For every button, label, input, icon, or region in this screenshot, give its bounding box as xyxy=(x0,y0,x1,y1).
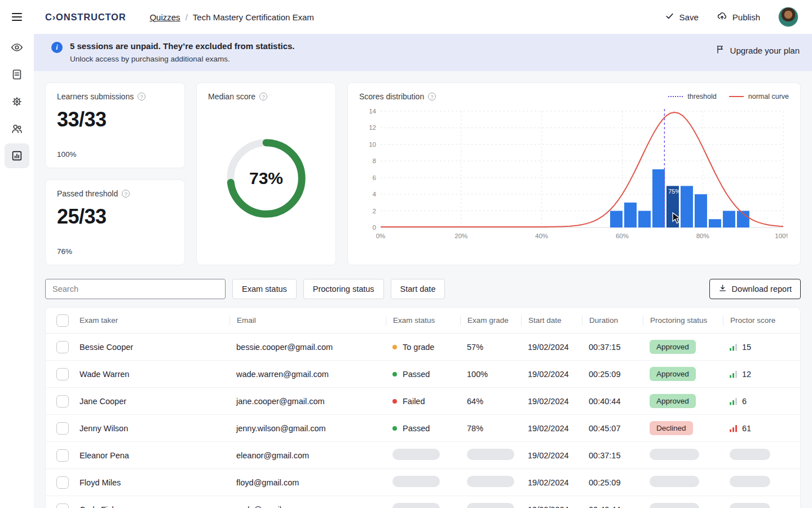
row-checkbox[interactable] xyxy=(56,395,69,408)
proctoring-status-cell: Approved xyxy=(650,340,730,354)
sidebar-item-settings[interactable] xyxy=(5,89,29,114)
proctor-score-value: 12 xyxy=(742,370,751,379)
svg-text:12: 12 xyxy=(369,124,376,131)
table-row: Jenny Wilsonjenny.wilson@gmail.comPassed… xyxy=(46,415,800,442)
histogram-bar[interactable] xyxy=(652,169,665,227)
table-row: Wade Warrenwade.warren@gmail.comPassed10… xyxy=(46,361,800,388)
exam-taker-email: jane.cooper@gmail.com xyxy=(236,397,392,406)
start-date-cell: 19/02/2024 xyxy=(528,478,589,487)
skeleton-placeholder xyxy=(730,476,770,487)
card-title: Median score xyxy=(208,92,255,101)
sidebar-item-results[interactable] xyxy=(5,143,29,168)
exam-taker-email: bessie.cooper@gmail.com xyxy=(236,343,392,352)
row-checkbox[interactable] xyxy=(56,476,69,489)
start-date-filter[interactable]: Start date xyxy=(391,279,445,299)
status-dot xyxy=(392,426,397,431)
row-checkbox[interactable] xyxy=(56,449,69,462)
select-all-checkbox[interactable] xyxy=(56,314,69,327)
card-title: Passed threshold xyxy=(57,189,118,198)
skeleton-placeholder xyxy=(392,503,440,508)
start-date-cell: 19/02/2024 xyxy=(528,397,589,406)
help-icon[interactable] xyxy=(428,93,436,100)
col-duration: Duration xyxy=(582,316,650,326)
search-input[interactable] xyxy=(45,279,226,299)
sidebar-item-learners[interactable] xyxy=(5,116,29,141)
save-button[interactable]: Save xyxy=(665,11,699,23)
proctoring-status-filter[interactable]: Proctoring status xyxy=(303,279,384,299)
exam-status-filter[interactable]: Exam status xyxy=(232,279,297,299)
proctoring-status-cell xyxy=(650,503,730,508)
sidebar xyxy=(0,0,34,508)
proctor-score-cell: 12 xyxy=(730,370,800,379)
check-icon xyxy=(665,11,674,23)
histogram-bar[interactable] xyxy=(695,194,707,227)
row-checkbox[interactable] xyxy=(56,503,69,508)
row-checkbox[interactable] xyxy=(56,422,69,435)
skeleton-placeholder xyxy=(392,449,440,460)
menu-button[interactable] xyxy=(5,0,29,34)
exam-status: Failed xyxy=(392,397,467,406)
exam-grade-cell xyxy=(467,503,528,508)
exam-grade-cell xyxy=(467,476,528,489)
skeleton-placeholder xyxy=(730,503,770,508)
histogram-bar[interactable] xyxy=(638,211,651,227)
topbar: C›ONSTRUCTOR Quizzes / Tech Mastery Cert… xyxy=(34,0,812,34)
table-row: Bessie Cooperbessie.cooper@gmail.comTo g… xyxy=(46,334,800,361)
skeleton-placeholder xyxy=(650,476,699,487)
user-avatar[interactable] xyxy=(778,7,798,27)
submissions-value: 33/33 xyxy=(57,108,173,132)
proctoring-status-cell: Approved xyxy=(650,394,730,408)
proctoring-status-badge: Approved xyxy=(650,367,696,381)
proctor-score: 6 xyxy=(730,397,800,406)
publish-button[interactable]: Publish xyxy=(717,11,760,23)
start-date-cell: 19/02/2024 xyxy=(528,505,589,508)
hamburger-icon xyxy=(12,11,22,23)
upgrade-plan-button[interactable]: Upgrade your plan xyxy=(716,45,800,56)
median-score-card: Median score 73% xyxy=(196,82,336,265)
banner-subtitle: Unlock access by purchasing additional e… xyxy=(70,55,294,63)
row-checkbox[interactable] xyxy=(56,341,69,353)
proctor-score-value: 15 xyxy=(742,343,751,352)
svg-text:80%: 80% xyxy=(696,233,709,239)
histogram-bar[interactable] xyxy=(709,219,721,227)
signal-bars-icon xyxy=(730,424,738,432)
breadcrumb-quizzes-link[interactable]: Quizzes xyxy=(149,12,180,22)
page-title: Tech Mastery Certification Exam xyxy=(193,12,314,22)
skeleton-placeholder xyxy=(467,476,514,487)
skeleton-placeholder xyxy=(730,449,770,460)
status-label: Passed xyxy=(403,370,430,379)
start-date-cell: 19/02/2024 xyxy=(528,424,589,433)
histogram-bar[interactable] xyxy=(624,203,637,227)
help-icon[interactable] xyxy=(122,190,130,198)
row-checkbox[interactable] xyxy=(56,368,69,380)
histogram-bar[interactable] xyxy=(610,211,623,227)
exam-grade-cell xyxy=(467,449,528,462)
sidebar-item-content[interactable] xyxy=(5,62,29,87)
svg-text:8: 8 xyxy=(373,157,376,164)
exam-status-cell xyxy=(392,503,467,508)
exam-status-cell: Passed xyxy=(392,370,467,379)
proctor-score-cell: 15 xyxy=(730,343,800,352)
constructor-logo[interactable]: C›ONSTRUCTOR xyxy=(45,12,126,23)
bar-chart-icon xyxy=(11,150,23,162)
help-icon[interactable] xyxy=(259,93,267,100)
exam-taker-email: wade.warren@gmail.com xyxy=(236,370,392,379)
threshold-value: 25/33 xyxy=(57,205,173,229)
histogram-bar[interactable] xyxy=(681,186,693,227)
download-report-button[interactable]: Download report xyxy=(709,279,801,299)
col-exam-status: Exam status xyxy=(386,316,467,326)
exam-taker-email: cody@gmail.com xyxy=(236,505,392,508)
histogram-bar[interactable] xyxy=(723,211,735,227)
col-email: Email xyxy=(230,316,392,326)
help-icon[interactable] xyxy=(138,93,145,100)
proctoring-status-cell xyxy=(650,476,730,489)
breadcrumb-separator: / xyxy=(186,12,188,22)
svg-text:4: 4 xyxy=(373,191,377,198)
proctoring-status-cell: Approved xyxy=(650,367,730,381)
sidebar-item-preview[interactable] xyxy=(5,35,29,60)
duration-cell: 00:37:15 xyxy=(589,343,650,352)
svg-text:20%: 20% xyxy=(454,233,467,239)
duration-cell: 00:45:07 xyxy=(589,424,650,433)
threshold-legend-swatch xyxy=(668,96,683,97)
breadcrumb: Quizzes / Tech Mastery Certification Exa… xyxy=(149,12,314,22)
